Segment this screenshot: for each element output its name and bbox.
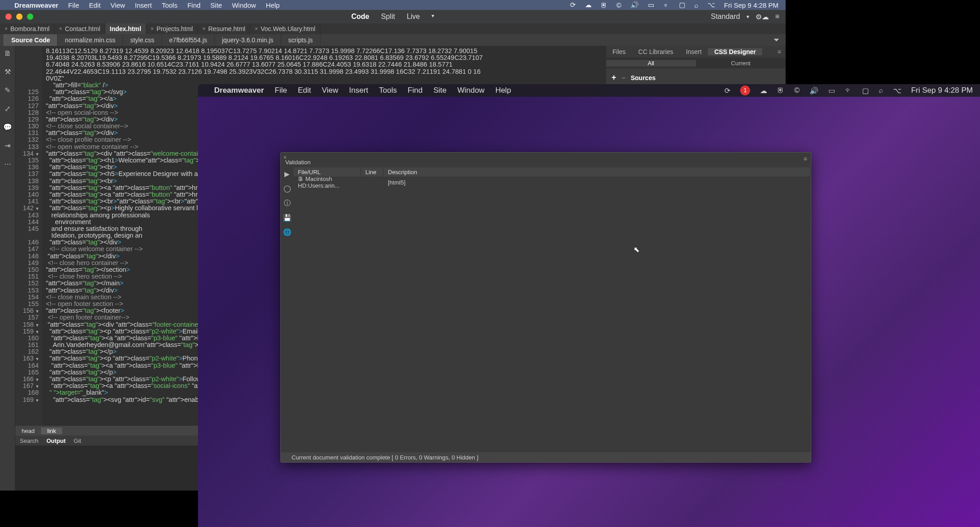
cc-sync-icon[interactable]: ⟳: [724, 86, 730, 95]
add-source-icon[interactable]: +: [611, 73, 616, 82]
sync-settings-icon[interactable]: ⚙☁: [755, 13, 769, 21]
panel-tab-insert[interactable]: Insert: [679, 48, 708, 55]
crumb-head[interactable]: head: [15, 428, 41, 434]
menu-find[interactable]: Find: [408, 86, 423, 95]
shield-icon[interactable]: ⛨: [601, 1, 607, 9]
doc-tab[interactable]: ×Resume.html: [198, 23, 250, 34]
cc-icon[interactable]: ©: [794, 86, 800, 95]
filter-icon[interactable]: ⏷: [773, 36, 780, 44]
crumb-link[interactable]: link: [41, 428, 63, 434]
close-icon[interactable]: ×: [283, 154, 287, 161]
cc-sync-icon[interactable]: ⟳: [570, 1, 576, 9]
cc-icon[interactable]: ©: [616, 1, 621, 9]
menu-window[interactable]: Window: [232, 1, 256, 9]
related-file-tab[interactable]: Source Code: [4, 34, 58, 46]
shield-icon[interactable]: ⛨: [777, 86, 784, 95]
doc-tab[interactable]: ×Projects.html: [146, 23, 198, 34]
close-window-button[interactable]: [5, 14, 12, 20]
related-file-tab[interactable]: scripts.js: [281, 34, 320, 46]
cc-cloud-icon[interactable]: ☁: [760, 86, 767, 95]
cc-notification-icon[interactable]: 1: [740, 86, 750, 95]
close-icon[interactable]: ×: [151, 26, 154, 32]
menu-site[interactable]: Site: [433, 86, 446, 95]
subtab-current[interactable]: Current: [696, 60, 786, 67]
related-file-tab[interactable]: e7fb66f554.js: [162, 34, 215, 46]
zoom-window-button[interactable]: [27, 14, 33, 20]
close-icon[interactable]: ×: [59, 26, 62, 32]
search-icon[interactable]: ⌕: [879, 86, 883, 95]
more-icon[interactable]: ⋯: [4, 160, 11, 168]
display-icon[interactable]: ▢: [862, 86, 869, 95]
validation-row[interactable]: 🗎 Macintosh HD:Users:arin... [html5]: [293, 177, 811, 187]
doc-tab[interactable]: ×Bombora.html: [0, 23, 54, 34]
menu-view[interactable]: View: [322, 86, 338, 95]
globe-icon[interactable]: 🌐: [283, 228, 292, 236]
battery-icon[interactable]: ▭: [828, 86, 835, 95]
panel-tab-cclib[interactable]: CC Libraries: [632, 48, 680, 55]
menu-find[interactable]: Find: [187, 1, 200, 9]
panel-tab-cssdesigner[interactable]: CSS Designer: [708, 48, 762, 55]
clock[interactable]: Fri Sep 9 4:28 PM: [724, 1, 778, 9]
wifi-icon[interactable]: ᯤ: [663, 1, 670, 9]
subtab-all[interactable]: All: [606, 60, 696, 67]
menu-insert[interactable]: Insert: [349, 86, 369, 95]
comment-icon[interactable]: 💬: [3, 123, 12, 131]
battery-icon[interactable]: ▭: [648, 1, 654, 9]
menu-file[interactable]: File: [275, 86, 287, 95]
remove-source-icon[interactable]: −: [622, 74, 625, 81]
doc-tab[interactable]: ×Voc.Web.Ulary.html: [250, 23, 320, 34]
wand-icon[interactable]: ✎: [4, 86, 10, 95]
manage-sites-icon[interactable]: ⚒: [4, 68, 11, 76]
panel-menu-icon[interactable]: ≡: [778, 48, 786, 55]
related-file-tab[interactable]: jquery-3.6.0.min.js: [215, 34, 281, 46]
menu-help[interactable]: Help: [495, 86, 511, 95]
related-file-tab[interactable]: normalize.min.css: [58, 34, 123, 46]
search-icon[interactable]: ⌕: [694, 1, 698, 9]
expand-icon[interactable]: ⤢: [4, 104, 10, 113]
clock[interactable]: Fri Sep 9 4:28 PM: [911, 86, 973, 95]
stop-icon[interactable]: ◯: [283, 185, 291, 193]
play-icon[interactable]: ▶: [284, 170, 290, 178]
menu-file[interactable]: File: [68, 1, 79, 9]
validation-panel[interactable]: × ≡ Validation ▶ ◯ ⓘ 💾 🌐 File/URL Line D…: [280, 152, 811, 463]
volume-icon[interactable]: 🔊: [630, 1, 639, 9]
save-icon[interactable]: 💾: [283, 214, 292, 222]
layout-tab-code[interactable]: Code: [351, 13, 369, 21]
wifi-icon[interactable]: ᯤ: [845, 86, 852, 95]
related-file-tab[interactable]: style.css: [123, 34, 162, 46]
control-center-icon[interactable]: ⌥: [893, 86, 901, 95]
display-icon[interactable]: ▢: [679, 1, 685, 9]
menu-edit[interactable]: Edit: [298, 86, 311, 95]
col-desc[interactable]: Description: [383, 167, 811, 177]
indent-icon[interactable]: ⇥: [4, 141, 10, 150]
menu-site[interactable]: Site: [211, 1, 222, 9]
app-name[interactable]: Dreamweaver: [214, 86, 264, 95]
menu-help[interactable]: Help: [266, 1, 280, 9]
layout-tab-split[interactable]: Split: [381, 13, 395, 21]
control-center-icon[interactable]: ⌥: [707, 1, 715, 9]
menu-tools[interactable]: Tools: [379, 86, 397, 95]
info-icon[interactable]: ⓘ: [284, 199, 291, 207]
menu-tools[interactable]: Tools: [162, 1, 177, 9]
panel-menu-icon[interactable]: ≡: [804, 155, 807, 162]
chevron-down-icon[interactable]: ▾: [432, 13, 434, 21]
close-icon[interactable]: ×: [255, 26, 258, 32]
cc-cloud-icon[interactable]: ☁: [585, 1, 592, 9]
volume-icon[interactable]: 🔊: [809, 86, 818, 95]
close-icon[interactable]: ×: [202, 26, 206, 32]
col-line[interactable]: Line: [361, 167, 383, 177]
doc-tab[interactable]: Index.html: [105, 23, 146, 34]
layout-tab-live[interactable]: Live: [407, 13, 420, 21]
app-name[interactable]: Dreamweaver: [14, 1, 58, 9]
menu-window[interactable]: Window: [457, 86, 484, 95]
minimize-window-button[interactable]: [16, 14, 22, 20]
chevron-down-icon[interactable]: ▾: [746, 14, 749, 20]
tab-output[interactable]: Output: [46, 437, 66, 444]
workspace-switcher[interactable]: Standard: [711, 13, 740, 21]
tab-git[interactable]: Git: [74, 437, 81, 444]
close-icon[interactable]: ×: [4, 26, 8, 32]
menu-insert[interactable]: Insert: [135, 1, 152, 9]
panel-menu-icon[interactable]: ≡: [775, 13, 779, 21]
doc-tab[interactable]: ×Contact.html: [54, 23, 105, 34]
file-icon[interactable]: 🗎: [4, 50, 11, 58]
